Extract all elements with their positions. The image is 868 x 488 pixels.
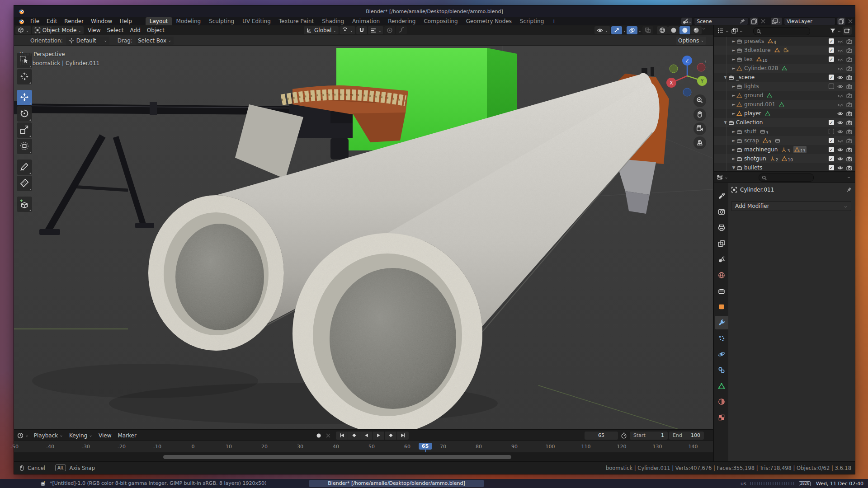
outliner-row-_scene[interactable]: ▼_scene✓ — [714, 73, 855, 82]
systray-badge[interactable]: 2826 — [799, 481, 811, 486]
outliner-row-cylinder-028[interactable]: ►Cylinder.028 — [714, 64, 855, 73]
workspace-tab-scripting[interactable]: Scripting — [516, 17, 548, 25]
workspace-tab-shading[interactable]: Shading — [318, 17, 348, 25]
exclude-checkbox[interactable]: ✓ — [829, 156, 834, 161]
shading-dropdown[interactable]: ⌄ — [702, 26, 706, 34]
timeline-menu-view[interactable]: View — [95, 432, 114, 440]
properties-search[interactable] — [759, 174, 814, 182]
gizmos-dropdown[interactable]: ⌄ — [622, 28, 626, 33]
menu-edit[interactable]: Edit — [43, 17, 61, 25]
timeline-type-dropdown[interactable]: ⌄ — [16, 432, 30, 440]
mode-dropdown[interactable]: Object Mode⌄ — [32, 26, 84, 34]
expander-icon[interactable]: ► — [731, 93, 736, 98]
navigation-gizmo[interactable]: Z X Y — [661, 49, 711, 99]
workspace-tab-geometry-nodes[interactable]: Geometry Nodes — [462, 17, 516, 25]
properties-tab-tool[interactable] — [715, 189, 728, 203]
hide-viewport-icon[interactable] — [837, 120, 843, 126]
properties-tab-scene[interactable] — [715, 253, 728, 266]
falloff-dropdown[interactable] — [396, 26, 407, 34]
workspace-tab-sculpting[interactable]: Sculpting — [205, 17, 238, 25]
tool-cursor[interactable] — [17, 69, 32, 84]
nav-pan-button[interactable] — [693, 108, 706, 121]
viewlayer-selector[interactable]: ViewLayer — [784, 17, 835, 25]
disable-render-icon[interactable] — [846, 102, 852, 108]
scene-type-dropdown[interactable]: ⌄ — [681, 18, 693, 25]
disable-render-icon[interactable] — [846, 66, 852, 71]
properties-tab-object-data[interactable] — [715, 379, 728, 393]
blender-menu-icon[interactable] — [18, 18, 25, 25]
viewport-menu-object[interactable]: Object — [144, 26, 168, 34]
expander-icon[interactable]: ► — [731, 156, 736, 161]
auto-keying-toggle[interactable] — [313, 432, 324, 440]
hide-viewport-icon[interactable] — [837, 156, 843, 162]
properties-tab-world[interactable] — [715, 268, 728, 282]
expander-icon[interactable]: ► — [731, 84, 736, 89]
workspace-tab-texture-paint[interactable]: Texture Paint — [275, 17, 318, 25]
hide-viewport-icon[interactable] — [837, 84, 843, 89]
hide-viewport-icon[interactable] — [837, 56, 843, 62]
outliner-search-input[interactable] — [763, 28, 807, 34]
expander-icon[interactable]: ► — [731, 138, 736, 143]
properties-tab-collection[interactable] — [715, 284, 728, 298]
unlink-scene-icon[interactable] — [760, 18, 766, 24]
properties-tab-particles[interactable] — [715, 332, 728, 345]
properties-search-input[interactable] — [769, 175, 811, 180]
keyboard-layout-indicator[interactable]: us — [741, 481, 746, 487]
end-frame-field[interactable]: End100 — [669, 432, 704, 440]
hide-viewport-icon[interactable] — [837, 147, 843, 153]
outliner-filter-dropdown[interactable]: ⌄ — [829, 27, 842, 35]
remove-viewlayer-icon[interactable] — [847, 18, 854, 24]
exclude-checkbox[interactable]: ✓ — [829, 165, 834, 170]
exclude-checkbox[interactable]: ✓ — [829, 138, 834, 143]
nav-camera-button[interactable] — [693, 122, 706, 135]
timeline-menu-playback[interactable]: Playback⌄ — [31, 432, 66, 440]
exclude-checkbox[interactable]: ✓ — [829, 147, 834, 152]
disable-render-icon[interactable] — [846, 165, 852, 171]
viewport-canvas[interactable]: User Perspective (65) boomstick | Cylind… — [14, 46, 713, 429]
outliner-row-bullets[interactable]: ▼bullets✓ — [714, 163, 855, 171]
stopwatch-icon[interactable] — [621, 432, 627, 439]
hide-viewport-icon[interactable] — [837, 129, 843, 135]
tool-measure[interactable] — [17, 176, 32, 191]
tool-move[interactable] — [17, 90, 32, 105]
exclude-checkbox[interactable]: ✓ — [829, 47, 834, 53]
viewport-menu-view[interactable]: View — [85, 26, 104, 34]
breadcrumb-object-name[interactable]: Cylinder.011 — [740, 187, 774, 193]
menu-file[interactable]: File — [27, 17, 43, 25]
new-viewlayer-button[interactable] — [837, 18, 845, 25]
disable-render-icon[interactable] — [846, 111, 852, 117]
shading-wireframe-button[interactable] — [657, 26, 668, 34]
expander-icon[interactable]: ► — [731, 129, 736, 134]
properties-tab-view-layer[interactable] — [715, 237, 728, 250]
expander-icon[interactable]: ► — [731, 39, 736, 43]
xray-toggle[interactable] — [642, 26, 653, 34]
hide-viewport-icon[interactable] — [837, 66, 843, 71]
shading-rendered-button[interactable] — [691, 26, 702, 34]
workspace-tab-animation[interactable]: Animation — [348, 17, 384, 25]
new-collection-button[interactable] — [843, 27, 852, 35]
collapse-region-icon[interactable]: ‹ — [704, 58, 707, 65]
outliner-row-stuff[interactable]: ►stuff3 — [714, 127, 855, 136]
pin-icon[interactable] — [739, 18, 745, 24]
tool-rotate[interactable] — [17, 106, 32, 122]
hide-viewport-icon[interactable] — [837, 93, 843, 99]
editor-type-dropdown[interactable]: ⌄ — [15, 26, 31, 34]
gimp-task-button[interactable]: *[Untitled]-1.0 (RGB color 8-bit gamma i… — [46, 480, 266, 487]
timeline-menu-keying[interactable]: Keying⌄ — [66, 432, 95, 440]
properties-type-dropdown[interactable]: ⌄ — [716, 173, 729, 181]
menu-render[interactable]: Render — [61, 17, 87, 25]
properties-tab-object[interactable] — [715, 300, 728, 314]
disable-render-icon[interactable] — [846, 38, 852, 44]
disable-render-icon[interactable] — [846, 138, 852, 144]
disable-render-icon[interactable] — [846, 75, 852, 80]
timeline-scrollbar-thumb[interactable] — [163, 455, 511, 459]
expander-icon[interactable]: ► — [731, 111, 736, 116]
hide-viewport-icon[interactable] — [837, 165, 843, 171]
properties-tab-render[interactable] — [715, 205, 728, 219]
expander-icon[interactable]: ► — [731, 57, 736, 61]
expander-icon[interactable]: ► — [731, 147, 736, 152]
pin-properties-icon[interactable] — [846, 187, 852, 193]
hide-viewport-icon[interactable] — [837, 111, 843, 117]
hide-viewport-icon[interactable] — [837, 38, 843, 44]
expander-icon[interactable]: ► — [731, 66, 736, 70]
